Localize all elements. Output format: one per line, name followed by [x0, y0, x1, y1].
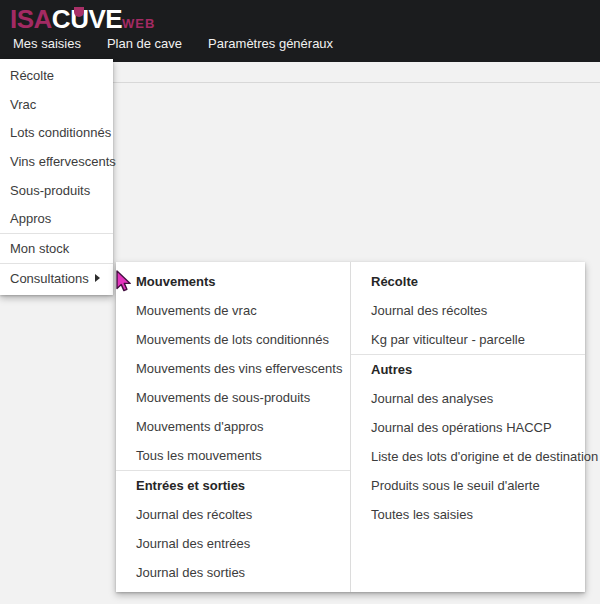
- menu-item-sous-produits[interactable]: Sous-produits: [0, 176, 113, 205]
- submenu-item-journal-des-analyses[interactable]: Journal des analyses: [351, 384, 585, 413]
- submenu-item-toutes-les-saisies[interactable]: Toutes les saisies: [351, 500, 585, 529]
- submenu-section-entrees-et-sorties: Entrées et sorties: [116, 471, 350, 500]
- submenu-section-autres: Autres: [351, 355, 585, 384]
- submenu-section-mouvements: Mouvements: [116, 267, 350, 296]
- menu-item-recolte[interactable]: Récolte: [0, 61, 113, 90]
- nav-item-parametres-generaux[interactable]: Paramètres généraux: [195, 32, 346, 55]
- submenu-item-mouvements-de-vrac[interactable]: Mouvements de vrac: [116, 296, 350, 325]
- submenu-item-tous-les-mouvements[interactable]: Tous les mouvements: [116, 441, 350, 470]
- app-logo: ISACUVEWEB: [10, 4, 155, 35]
- menu-item-consultations[interactable]: Consultations: [0, 264, 113, 293]
- logo-ve: VE: [88, 4, 122, 34]
- submenu-item-journal-des-sorties[interactable]: Journal des sorties: [116, 558, 350, 587]
- submenu-item-journal-des-recoltes-left[interactable]: Journal des récoltes: [116, 500, 350, 529]
- submenu-left-column: Mouvements Mouvements de vrac Mouvements…: [116, 262, 350, 592]
- menu-item-consultations-label: Consultations: [10, 271, 89, 286]
- menu-item-appros[interactable]: Appros: [0, 204, 113, 233]
- submenu-item-mouvements-de-lots-conditionnes[interactable]: Mouvements de lots conditionnés: [116, 325, 350, 354]
- submenu-item-mouvements-de-sous-produits[interactable]: Mouvements de sous-produits: [116, 383, 350, 412]
- submenu-item-kg-par-viticulteur-parcelle[interactable]: Kg par viticulteur - parcelle: [351, 325, 585, 354]
- menu-item-vins-effervescents[interactable]: Vins effervescents: [0, 147, 113, 176]
- mes-saisies-dropdown: Récolte Vrac Lots conditionnés Vins effe…: [0, 59, 113, 295]
- submenu-item-liste-des-lots-origine-destination[interactable]: Liste des lots d'origine et de destinati…: [351, 442, 585, 471]
- submenu-item-journal-des-operations-haccp[interactable]: Journal des opérations HACCP: [351, 413, 585, 442]
- submenu-right-column: Récolte Journal des récoltes Kg par viti…: [350, 262, 585, 592]
- logo-c: C: [52, 4, 70, 34]
- main-menubar: Mes saisies Plan de cave Paramètres géné…: [0, 32, 346, 55]
- submenu-section-recolte: Récolte: [351, 267, 585, 296]
- logo-wine-glass-u: U: [70, 4, 88, 35]
- top-nav-bar: ISACUVEWEB Mes saisies Plan de cave Para…: [0, 0, 600, 62]
- submenu-item-mouvements-des-vins-effervescents[interactable]: Mouvements des vins effervescents: [116, 354, 350, 383]
- submenu-item-journal-des-recoltes-right[interactable]: Journal des récoltes: [351, 296, 585, 325]
- app-screen: ISACUVEWEB Mes saisies Plan de cave Para…: [0, 0, 600, 604]
- consultations-submenu: Mouvements Mouvements de vrac Mouvements…: [116, 262, 585, 592]
- logo-isa: ISA: [10, 4, 52, 34]
- submenu-item-journal-des-entrees[interactable]: Journal des entrées: [116, 529, 350, 558]
- logo-web: WEB: [122, 16, 155, 31]
- menu-item-lots-conditionnes[interactable]: Lots conditionnés: [0, 118, 113, 147]
- menu-item-vrac[interactable]: Vrac: [0, 90, 113, 119]
- menu-item-mon-stock[interactable]: Mon stock: [0, 234, 113, 263]
- submenu-item-produits-sous-le-seuil-dalerte[interactable]: Produits sous le seuil d'alerte: [351, 471, 585, 500]
- submenu-item-mouvements-dappros[interactable]: Mouvements d'appros: [116, 412, 350, 441]
- flyout-arrow-icon: [95, 274, 100, 282]
- nav-item-mes-saisies[interactable]: Mes saisies: [0, 32, 94, 55]
- nav-item-plan-de-cave[interactable]: Plan de cave: [94, 32, 195, 55]
